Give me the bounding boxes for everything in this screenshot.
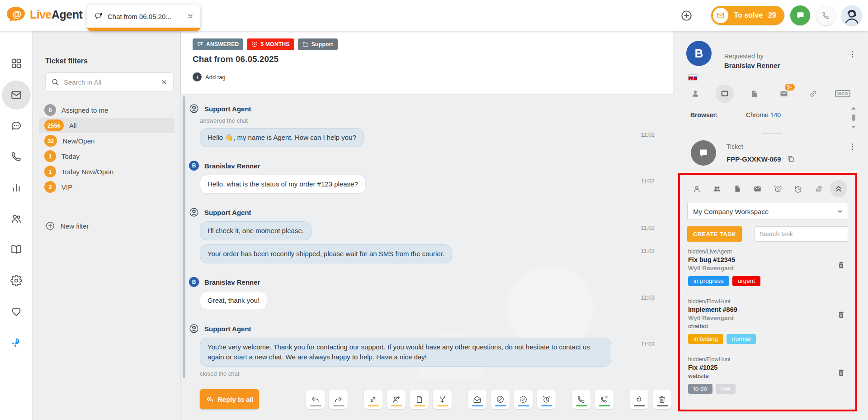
tag-answered[interactable]: ANSWERED (193, 38, 243, 50)
message-time: 11:02 (641, 225, 655, 231)
message-bubble: I'll check it, one moment please. (200, 221, 311, 240)
integration-tab-notes[interactable] (729, 180, 746, 197)
integration-tab-history[interactable] (789, 180, 807, 197)
paperclip-icon (814, 185, 823, 193)
filter-label: Today (61, 153, 80, 160)
tag-department[interactable]: Support (298, 38, 338, 50)
svg-text:@: @ (12, 9, 21, 19)
contact-tab-screen[interactable] (716, 85, 734, 103)
scroll-up-icon[interactable] (851, 107, 856, 110)
task-search-input[interactable] (755, 226, 848, 242)
message-author: Support Agent (204, 325, 251, 333)
scroll-thumb[interactable] (852, 115, 855, 121)
copy-icon[interactable] (787, 155, 795, 163)
customers-icon[interactable] (10, 213, 22, 224)
delete-task-icon[interactable] (837, 368, 845, 377)
forward-button[interactable] (329, 389, 348, 409)
to-solve-button[interactable]: To solve 29 (711, 6, 784, 25)
count-badge: 32 (44, 135, 57, 147)
filter-vip[interactable]: 2 VIP (39, 179, 175, 195)
getting-started-rocket-icon[interactable] (10, 337, 22, 348)
reply-to-all-button[interactable]: Reply to all (200, 389, 259, 409)
contact-tab-links[interactable] (804, 85, 822, 103)
settings-icon[interactable] (10, 275, 22, 286)
ticket-menu-icon[interactable] (848, 142, 857, 151)
alarm-icon (774, 185, 782, 193)
add-note-button[interactable] (410, 389, 429, 409)
top-bar: @ LiveAgent Chat from 06.05.20... To sol… (0, 0, 868, 31)
transfer-button[interactable] (363, 389, 383, 409)
ticket-header-card: ANSWERED 5 MONTHS Support Chat from 06.0… (181, 31, 673, 94)
contact-tab-notes[interactable] (745, 85, 763, 103)
filters-search (45, 72, 174, 91)
reply-button[interactable] (306, 389, 325, 409)
tab-close-icon[interactable] (187, 13, 194, 20)
filter-today[interactable]: 1 Today (39, 148, 175, 164)
delete-button[interactable] (652, 389, 672, 409)
integration-tab-group[interactable] (708, 180, 726, 197)
start-chat-button[interactable] (790, 5, 810, 25)
clear-search-icon[interactable] (161, 79, 168, 86)
mark-spam-button[interactable] (629, 389, 649, 409)
ticket-tab[interactable]: Chat from 06.05.20... (87, 5, 200, 31)
call-customer-button[interactable] (571, 389, 591, 409)
requester-avatar[interactable]: B (686, 41, 712, 66)
calls-icon[interactable] (10, 151, 22, 162)
ticket-avatar (691, 140, 716, 166)
knowledge-base-icon[interactable] (10, 243, 22, 255)
transfer-to-agent-button[interactable] (387, 389, 406, 409)
liveagent-app: @ LiveAgent Chat from 06.05.20... To sol… (0, 0, 868, 420)
add-new-icon[interactable] (680, 10, 693, 22)
contact-tab-woocommerce[interactable]: WOO (834, 85, 852, 103)
delete-task-icon[interactable] (837, 310, 845, 319)
contact-menu-icon[interactable] (848, 50, 857, 59)
liveagent-logo[interactable]: @ LiveAgent (6, 6, 82, 23)
filter-all[interactable]: 2556 All (39, 118, 175, 133)
filter-new-open[interactable]: 32 New/Open (39, 133, 175, 148)
delete-task-icon[interactable] (837, 261, 845, 269)
contact-tab-profile[interactable] (686, 85, 704, 103)
add-tag-button[interactable]: Add tag (193, 72, 226, 81)
emails-count-badge: 9+ (785, 84, 794, 91)
merge-button[interactable] (433, 389, 452, 409)
snooze-button[interactable] (537, 389, 556, 409)
chats-icon[interactable] (10, 120, 22, 132)
filter-assigned-to-me[interactable]: 0 Assigned to me (39, 102, 175, 118)
task-row[interactable]: hidden/FlowHunt Implement #869 Wyll Rave… (687, 297, 848, 346)
dashboard-icon[interactable] (10, 57, 22, 69)
new-filter-button[interactable]: New filter (45, 221, 89, 231)
tag-label: ANSWERED (206, 41, 239, 48)
resolve-button[interactable] (491, 389, 510, 409)
integration-tab-contact[interactable] (688, 180, 705, 197)
create-task-button[interactable]: CREATE TASK (687, 226, 742, 242)
integration-tab-email[interactable] (749, 180, 766, 197)
tag-age[interactable]: 5 MONTHS (247, 38, 294, 50)
reports-icon[interactable] (10, 181, 22, 193)
resolve-later-button[interactable] (514, 389, 533, 409)
task-priority-badge: low (716, 384, 736, 394)
task-project: hidden/LiveAgent (688, 248, 848, 256)
dial-number-button[interactable] (594, 389, 614, 409)
agent-avatar[interactable] (842, 5, 862, 25)
panel-scrollbar[interactable] (851, 107, 856, 129)
chat-transcript: Support Agent answered the chat Hello 👋,… (181, 94, 673, 381)
task-row[interactable]: hidden/LiveAgent Fix bug #12345 Wyll Rav… (687, 247, 848, 288)
filter-today-new-open[interactable]: 1 Today New/Open (39, 164, 175, 179)
integration-tab-attachments[interactable] (810, 180, 827, 197)
scroll-down-icon[interactable] (851, 126, 856, 129)
workspace-select[interactable]: My Company Workspace (687, 203, 848, 220)
requester-name[interactable]: Branislav Renner (724, 62, 780, 69)
mark-unread-button[interactable] (467, 389, 487, 409)
favorites-icon[interactable] (10, 305, 22, 317)
filters-search-input[interactable] (64, 78, 156, 86)
logo-text-live: Live (30, 8, 52, 21)
call-button[interactable] (816, 5, 836, 25)
contact-tab-emails[interactable]: 9+ (775, 85, 793, 103)
integration-tab-clickup[interactable] (830, 180, 847, 197)
transfer-icon (369, 395, 377, 404)
task-row[interactable]: hidden/FlowHunt Fix #1025 website to do … (687, 355, 848, 396)
inbox-icon[interactable] (10, 89, 22, 101)
agent-avatar-icon (842, 5, 862, 25)
chat-scrollbar[interactable] (183, 96, 185, 378)
integration-tab-reminders[interactable] (769, 180, 786, 197)
